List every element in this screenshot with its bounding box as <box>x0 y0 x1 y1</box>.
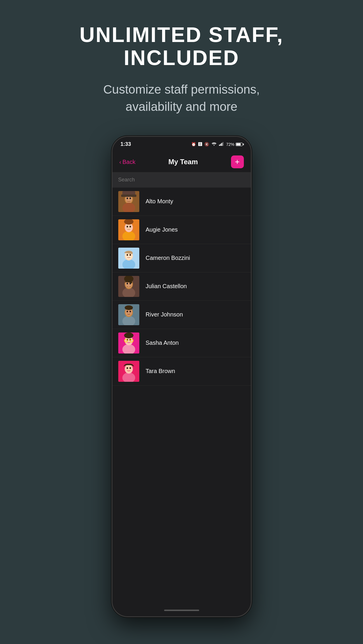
svg-point-25 <box>129 254 131 256</box>
battery-indicator: 72% <box>226 142 242 147</box>
bluetooth-icon: 🅱 <box>198 142 202 146</box>
member-name-cameron: Cameron Bozzini <box>146 255 190 261</box>
team-member-cameron[interactable]: Cameron Bozzini <box>112 244 251 272</box>
phone-screen: 1:33 ⏰ 🅱 🔇 <box>112 137 251 616</box>
member-name-augie: Augie Jones <box>146 226 178 233</box>
avatar-alto <box>118 191 139 212</box>
phone-frame: 1:33 ⏰ 🅱 🔇 <box>112 136 252 617</box>
svg-point-30 <box>126 283 128 284</box>
svg-point-24 <box>126 254 128 256</box>
svg-point-55 <box>129 367 131 369</box>
back-button[interactable]: ‹ Back <box>119 159 136 165</box>
alarm-icon: ⏰ <box>191 142 196 146</box>
avatar-cameron <box>118 248 139 269</box>
team-member-julian[interactable]: Julian Castellon <box>112 272 251 301</box>
add-team-member-button[interactable]: + <box>231 155 244 168</box>
member-name-sasha: Sasha Anton <box>146 340 179 346</box>
status-bar: 1:33 ⏰ 🅱 🔇 <box>112 137 251 152</box>
plus-icon: + <box>235 158 239 166</box>
svg-point-9 <box>126 197 128 199</box>
avatar-sasha <box>118 332 139 354</box>
signal-icon <box>219 142 224 147</box>
team-member-alto[interactable]: Alto Monty <box>112 188 251 216</box>
svg-point-17 <box>126 226 128 228</box>
phone-mockup: 1:33 ⏰ 🅱 🔇 <box>112 136 252 617</box>
member-name-alto: Alto Monty <box>146 198 173 205</box>
back-label: Back <box>122 159 135 165</box>
avatar-julian <box>118 276 139 297</box>
svg-point-10 <box>129 197 131 199</box>
wifi-icon <box>211 142 217 147</box>
svg-point-54 <box>126 367 128 369</box>
svg-rect-12 <box>121 195 136 197</box>
member-name-river: River Johnson <box>146 311 183 318</box>
hero-section: UNLIMITED STAFF,INCLUDED Customize staff… <box>0 0 363 133</box>
member-name-julian: Julian Castellon <box>146 283 187 290</box>
svg-rect-3 <box>221 143 222 146</box>
svg-point-38 <box>126 311 128 312</box>
svg-point-53 <box>126 365 132 372</box>
battery-percent: 72% <box>226 142 234 147</box>
avatar-augie <box>118 219 139 240</box>
svg-point-40 <box>125 305 133 310</box>
nav-bar: ‹ Back My Team + <box>112 152 251 172</box>
hero-subtitle: Customize staff permissions,availability… <box>0 81 363 116</box>
page-title: My Team <box>169 158 198 166</box>
svg-rect-1 <box>219 145 220 146</box>
home-indicator <box>164 610 199 611</box>
status-time: 1:33 <box>121 141 131 147</box>
team-member-tara[interactable]: Tara Brown <box>112 357 251 386</box>
team-member-river[interactable]: River Johnson <box>112 301 251 329</box>
volume-icon: 🔇 <box>204 142 209 146</box>
avatar-tara <box>118 361 139 382</box>
team-member-augie[interactable]: Augie Jones <box>112 216 251 244</box>
hero-title: UNLIMITED STAFF,INCLUDED <box>0 23 363 69</box>
home-indicator-bar <box>112 605 251 616</box>
team-list: Alto Monty <box>112 188 251 605</box>
svg-point-39 <box>129 311 131 312</box>
svg-point-18 <box>129 226 131 228</box>
svg-point-32 <box>128 286 130 287</box>
svg-rect-4 <box>223 142 223 146</box>
battery-bar <box>236 143 243 146</box>
svg-point-47 <box>124 332 133 338</box>
battery-fill <box>236 143 241 146</box>
search-input[interactable] <box>118 177 245 183</box>
avatar-river <box>118 304 139 325</box>
status-icons: ⏰ 🅱 🔇 <box>191 142 242 147</box>
svg-point-0 <box>214 145 215 146</box>
member-name-tara: Tara Brown <box>146 368 175 374</box>
search-bar[interactable] <box>112 172 251 188</box>
chevron-left-icon: ‹ <box>119 159 121 165</box>
team-member-sasha[interactable]: Sasha Anton <box>112 329 251 357</box>
svg-rect-2 <box>220 144 221 146</box>
